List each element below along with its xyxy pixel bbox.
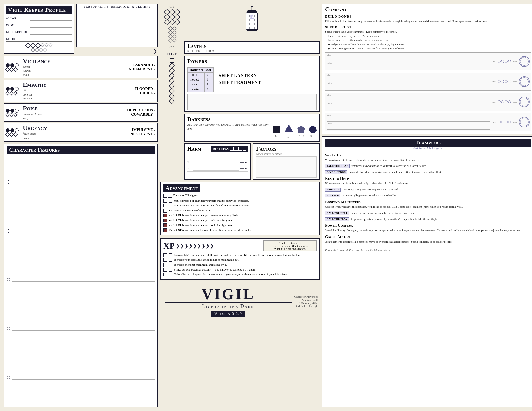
bond-trust-1: trust bond [492, 56, 530, 67]
xp-section: XP ❯ ❯ ❯ ❯ ❯ ❯ ❯ ❯ ❯ Track even [160, 238, 320, 280]
bonding-maneuvers: Bonding Maneuvers Call out when you have… [325, 200, 531, 221]
circle[interactable] [6, 128, 10, 132]
adv-item-2: You disclosed your Memories or Life Befo… [163, 204, 317, 207]
circle[interactable] [6, 87, 10, 91]
xp-advance-4: Strike out one potential despair — you'l… [163, 268, 317, 272]
feature-bullet-3[interactable] [7, 278, 10, 281]
lantern-box: Lantern SHIFTED FORM [184, 41, 320, 54]
feature-bullets [7, 155, 10, 404]
circle[interactable] [6, 109, 10, 113]
harm-row-2: 2. —▲ [187, 159, 248, 165]
bond-row-3: alias notes trust bond [325, 93, 531, 111]
circle[interactable] [15, 87, 19, 91]
spend-trust-bullet-3: ▶ Calm a rising turmoil: prevent a despa… [325, 47, 531, 51]
darkness-box: Darkness Add your dark die when you embr… [184, 114, 320, 142]
circle[interactable] [10, 109, 14, 113]
harm-row-1: 1. [187, 153, 248, 159]
xp-advance-5: Gain a Feature. Express the development … [163, 272, 317, 276]
empathy-block: Empathy allay connect nourish FLOODED ⌄ … [4, 80, 158, 102]
life-before-field: LIFE BEFORE [6, 29, 72, 35]
circle[interactable] [10, 128, 14, 132]
bonds-area: alias notes trust bond [325, 52, 531, 132]
feature-bullet-2[interactable] [7, 229, 10, 233]
vigil-info: Character Playsheet Version 0.2.0 4 Octo… [294, 295, 318, 308]
bond-trust-3: trust bond [492, 97, 530, 107]
spend-trust-bullet-2: ▶ Invigorate your efforts: initiate team… [325, 42, 531, 47]
vigilance-block: Vigilance detect inspect scout PARANOID … [4, 56, 158, 78]
company-section: Company BUILD BONDS Fill your bond clock… [322, 4, 532, 134]
character-features: Character Features [4, 144, 158, 407]
feature-bullet-1[interactable] [7, 180, 10, 184]
xp-arrows: ❯ ❯ ❯ ❯ ❯ ❯ ❯ ❯ ❯ [176, 243, 214, 249]
circle[interactable] [10, 87, 14, 91]
distress-box: DISTRESS [211, 146, 248, 152]
adv-item-1: You expressed or changed your personalit… [163, 199, 317, 203]
adv-item-3: You died in the service of your vows. [163, 209, 317, 213]
advancement-xp-trigger: Your vow XP trigger: [163, 194, 317, 198]
advancement-box: Advancement Your vow XP trigger: You exp… [160, 182, 320, 235]
dice-row: d6 d8 d10 d [273, 124, 317, 139]
lantern-main: Lantern SHIFTED FORM Powers Radiance Cos… [184, 4, 320, 180]
radiance-cost-table: Radiance Cost minor 0 modest 1 [187, 66, 214, 92]
radiance-spine: bright faint CORE [160, 4, 184, 180]
rush-to-help: Rush to Help When a teammate in-action n… [325, 176, 531, 198]
urgency-circles [6, 128, 19, 136]
spend-trust: SPEND TRUST Spend trust to help your tea… [325, 25, 531, 51]
empathy-actions: allay connect nourish [23, 88, 47, 101]
adv-item-7: Mark 4 XP immediately after you close a … [163, 228, 317, 232]
xp-track-box: Track events above. Convert events to XP… [263, 240, 317, 251]
circle[interactable] [10, 63, 14, 67]
vigil-logo: VIGIL Lights in the Dark Version 0.2.0 [162, 284, 294, 319]
powers-description[interactable] [187, 94, 317, 110]
harm-row-3: 3. —▲ [187, 165, 248, 172]
powers-box: Powers Radiance Cost minor 0 [184, 56, 320, 112]
poise-circles [6, 109, 19, 117]
poise-traits: DUPLICITOUS ⌄ COWARDLY ⌄ [127, 108, 156, 117]
teamwork-section: Teamwork Work better. Work together. Set… [322, 136, 532, 408]
profile-decoration2 [6, 48, 72, 52]
power-conflux: Power Conflux Spend 1 solidarity. Entang… [325, 223, 531, 233]
harm-factors-area: Harm DISTRESS [184, 143, 320, 180]
adv-item-6: Mark 2 XP immediately when you unbind a … [163, 223, 317, 227]
call-the-play: CALL THE PLAY to pass an opportunity to … [325, 216, 531, 221]
d10-die: d10 [297, 126, 305, 138]
d8-die: d8 [285, 124, 293, 139]
diamond[interactable] [13, 67, 18, 72]
circle[interactable] [15, 63, 19, 67]
feature-bullet-4[interactable] [7, 327, 10, 330]
circle[interactable] [6, 63, 10, 67]
d6-die: d6 [273, 126, 280, 138]
set-it-up: Set It Up When a teammate looks ready to… [325, 153, 531, 174]
factors-content[interactable] [256, 156, 317, 178]
d12-die: d12 [309, 126, 317, 138]
lantern-area: bright faint CORE [160, 4, 320, 180]
urgency-traits: IMPULSIVE ⌄ NEGLIGENT ⌄ [130, 128, 156, 136]
personality-area: PERSONALITY, BEHAVIOR, & BELIEFS ❯ [76, 4, 158, 54]
alias-field: ALIAS [6, 15, 72, 21]
empathy-circles [6, 87, 19, 95]
circle[interactable] [15, 128, 19, 132]
diamond[interactable] [13, 132, 18, 137]
empathy-traits: FLOODED ⌄ CRUEL ⌄ [135, 87, 156, 95]
xp-advance-3: Increase one tenet maximum and rating by… [163, 263, 317, 267]
vigil-logo-area: VIGIL Lights in the Dark Version 0.2.0 C… [160, 282, 320, 321]
adv-item-4: Mark 1 XP immediately when you recover a… [163, 213, 317, 217]
urgency-block: Urgency force incite propel IMPULSIVE ⌄ … [4, 123, 158, 142]
urgency-actions: force incite propel [23, 132, 47, 140]
spend-trust-bullet-0: Enrich their soul: they recover 2 core r… [325, 34, 531, 38]
xp-title: XP [163, 241, 175, 251]
diamond[interactable] [13, 91, 18, 96]
build-bonds: BUILD BONDS Fill your bond clock to adva… [325, 14, 531, 23]
call-for-help: CALL FOR HELP when you call someone spec… [325, 210, 531, 215]
vigilance-traits: PARANOID ⌄ INDIFFERENT ⌄ [127, 63, 156, 72]
teamwork-footer: Review the Teamwork Reference sheet for … [325, 247, 531, 251]
feature-bullet-5[interactable] [7, 376, 10, 379]
vigilance-actions: detect inspect scout [23, 65, 50, 77]
profile-title: Vigil Keeper Profile [6, 6, 72, 14]
diamond[interactable] [13, 113, 18, 117]
bolster-action: BOLSTER your struggling teammate with a … [325, 193, 531, 198]
circle[interactable] [15, 109, 19, 113]
bond-row-4: alias notes trust bond [325, 113, 531, 131]
vow-field: VOW [6, 22, 72, 28]
take-heat: TAKE THE HEAT when you draw attention to… [325, 163, 531, 168]
